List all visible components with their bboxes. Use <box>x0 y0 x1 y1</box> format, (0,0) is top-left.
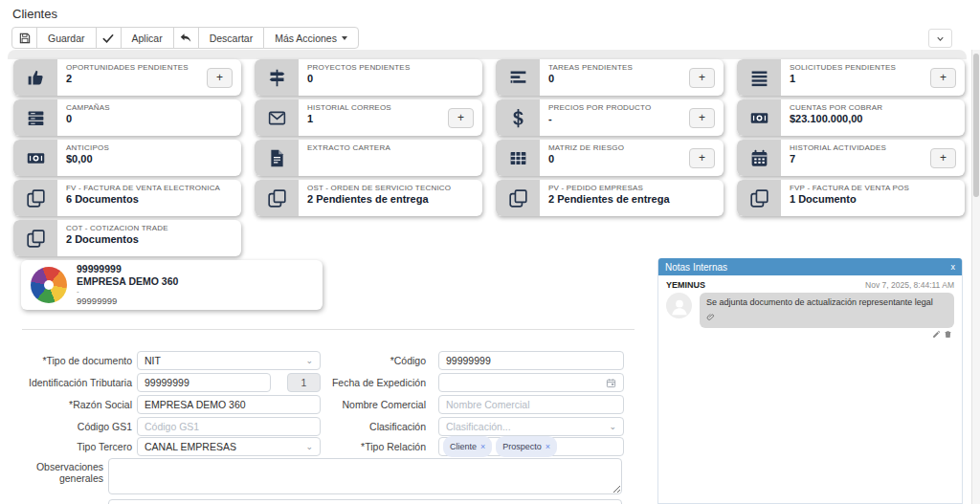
kpi-icon-box <box>496 99 540 136</box>
save-icon-button[interactable] <box>11 27 37 49</box>
add-button[interactable]: + <box>207 68 233 88</box>
kpi-card[interactable]: EXTRACTO CARTERA + <box>255 140 482 176</box>
kpi-label: MATRIZ DE RIESGO <box>548 143 683 152</box>
kpi-value: 6 Documentos <box>66 193 235 205</box>
kpi-icon <box>267 108 287 128</box>
kpi-value: 1 <box>307 113 442 124</box>
close-icon[interactable]: x <box>951 263 956 272</box>
kpi-icon <box>26 148 46 168</box>
kpi-icon <box>749 108 769 128</box>
label-razon-social: *Razón Social <box>0 395 132 414</box>
edit-note-icon[interactable] <box>932 330 941 339</box>
kpi-value: 0 <box>548 73 683 84</box>
kpi-icon <box>749 188 769 208</box>
kpi-card[interactable]: OST - ORDEN DE SERVICIO TECNICO 2 Pendie… <box>255 180 482 216</box>
kpi-card[interactable]: OPORTUNIDADES PENDIENTES 2 + <box>13 59 241 96</box>
collapse-panel-button[interactable] <box>928 29 952 48</box>
kpi-icon <box>508 188 528 208</box>
relation-tag-chip[interactable]: Prospecto× <box>496 436 557 457</box>
kpi-icon-box <box>255 140 299 176</box>
avatar <box>666 293 692 318</box>
kpi-value: 2 Documentos <box>66 233 235 245</box>
add-button[interactable]: + <box>930 68 956 88</box>
add-button[interactable]: + <box>689 148 715 168</box>
apply-button[interactable]: Aplicar <box>121 27 174 49</box>
identificacion-tributaria-input[interactable] <box>137 373 271 392</box>
kpi-card[interactable]: CAMPAÑAS 0 + <box>13 99 241 136</box>
label-fecha-expedicion: Fecha de Expedición <box>294 373 426 392</box>
observaciones-textarea[interactable] <box>108 458 622 494</box>
label-codigo-gs1: Código GS1 <box>0 417 132 436</box>
kpi-label: SOLICITUDES PENDIENTES <box>790 63 924 72</box>
kpi-card[interactable]: FVP - FACTURA DE VENTA POS 1 Documento + <box>737 180 965 216</box>
kpi-value: 1 <box>790 73 924 84</box>
kpi-card[interactable]: PRECIOS POR PRODUCTO - + <box>496 99 724 136</box>
add-button[interactable]: + <box>930 148 956 168</box>
apply-icon-button[interactable] <box>96 27 122 49</box>
remove-tag-icon[interactable]: × <box>546 438 550 455</box>
kpi-card[interactable]: TAREAS PENDIENTES 0 + <box>496 59 724 96</box>
kpi-icon-box <box>496 180 540 216</box>
kpi-value: 7 <box>790 153 924 164</box>
kpi-value: 0 <box>548 153 683 164</box>
note-text: Se adjunta documento de actualización re… <box>706 297 947 307</box>
add-button[interactable]: + <box>689 108 715 128</box>
kpi-label: PV - PEDIDO EMPRESAS <box>548 184 718 192</box>
label-tipo-tercero: Tipo Tercero <box>0 437 132 456</box>
kpi-value: 1 Documento <box>790 193 959 205</box>
kpi-card[interactable]: FV - FACTURA DE VENTA ELECTRONICA 6 Docu… <box>13 180 241 216</box>
kpi-card[interactable]: PV - PEDIDO EMPRESAS 2 Pendientes de ent… <box>496 180 724 216</box>
scrollbar[interactable] <box>971 50 980 504</box>
kpi-label: PROYECTOS PENDIENTES <box>307 63 477 72</box>
kpi-card[interactable]: MATRIZ DE RIESGO 0 + <box>496 140 724 176</box>
kpi-label: ANTICIPOS <box>66 143 235 152</box>
kpi-icon <box>26 108 46 128</box>
kpi-value: $23.100.000,00 <box>790 113 959 124</box>
extra-input-cutoff[interactable] <box>108 499 622 504</box>
kpi-icon <box>26 229 46 249</box>
kpi-card[interactable]: COT - COTIZACION TRADE 2 Documentos + <box>13 220 241 256</box>
scrollbar-thumb[interactable] <box>973 54 979 197</box>
kpi-value: $0,00 <box>66 153 235 164</box>
kpi-card[interactable]: PROYECTOS PENDIENTES 0 + <box>255 59 482 96</box>
kpi-card[interactable]: HISTORIAL ACTIVIDADES 7 + <box>737 140 965 176</box>
toolbar: Guardar Aplicar Descartar Más Acciones <box>11 27 359 49</box>
kpi-label: HISTORIAL CORREOS <box>307 103 442 112</box>
remove-tag-icon[interactable]: × <box>480 438 485 455</box>
save-button[interactable]: Guardar <box>36 27 97 49</box>
kpi-card[interactable]: HISTORIAL CORREOS 1 + <box>255 99 482 136</box>
app-window: Clientes Guardar Aplicar Descartar Más A… <box>0 0 980 504</box>
company-card[interactable]: 99999999 EMPRESA DEMO 360 - 99999999 <box>21 260 323 310</box>
kpi-card[interactable]: CUENTAS POR COBRAR $23.100.000,00 + <box>737 99 965 136</box>
kpi-icon-box <box>496 59 540 96</box>
company-logo <box>31 267 67 303</box>
kpi-icon <box>267 148 287 168</box>
calendar-icon[interactable] <box>606 378 616 388</box>
label-observaciones: Observaciones generales <box>0 461 103 484</box>
relation-tag-chip[interactable]: Cliente× <box>443 436 492 457</box>
add-button[interactable]: + <box>448 108 474 128</box>
codigo-input[interactable] <box>438 351 624 370</box>
add-button[interactable]: + <box>689 68 715 88</box>
person-icon <box>669 296 690 317</box>
more-actions-button[interactable]: Más Acciones <box>263 27 359 49</box>
tipo-relacion-tags-field[interactable]: Cliente× Prospecto× <box>438 437 624 456</box>
discard-button[interactable]: Descartar <box>198 27 265 49</box>
clasificacion-select[interactable]: Clasificación...⌄ <box>438 417 624 436</box>
attachment-paperclip-icon[interactable] <box>706 308 947 325</box>
discard-icon-button[interactable] <box>173 27 199 49</box>
kpi-value: 0 <box>307 73 477 84</box>
nombre-comercial-input[interactable] <box>438 395 624 414</box>
kpi-icon-box <box>13 140 57 176</box>
fecha-expedicion-input[interactable] <box>438 373 624 392</box>
undo-icon <box>179 32 192 45</box>
kpi-icon-box <box>496 140 540 176</box>
kpi-icon <box>267 188 287 208</box>
kpi-icon <box>26 68 46 88</box>
delete-note-icon[interactable] <box>944 330 952 339</box>
kpi-card[interactable]: ANTICIPOS $0,00 + <box>13 140 241 176</box>
tab-bar <box>22 322 635 330</box>
kpi-card[interactable]: SOLICITUDES PENDIENTES 1 + <box>737 59 965 96</box>
kpi-icon-box <box>255 180 299 216</box>
kpi-label: FVP - FACTURA DE VENTA POS <box>790 184 959 192</box>
